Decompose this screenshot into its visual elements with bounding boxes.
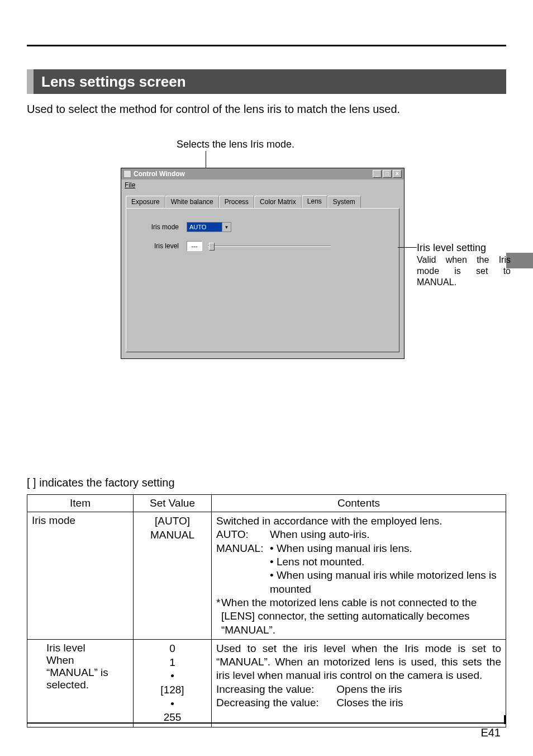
iris-mode-select[interactable]: AUTO ▼ xyxy=(187,222,231,232)
page-title: Lens settings screen xyxy=(41,73,186,91)
top-rule xyxy=(27,45,506,46)
control-window: Control Window _ □ × File Exposure White… xyxy=(121,168,404,359)
iris-level-callout: Iris level setting Valid when the Iris m… xyxy=(417,242,511,288)
callout-line1: Valid when the Iris xyxy=(417,254,511,266)
cell-contents-iris-mode: Switched in accordance with the employed… xyxy=(212,512,506,640)
minimize-button[interactable]: _ xyxy=(373,170,382,178)
bottom-rule-marker xyxy=(504,715,506,724)
tab-lens[interactable]: Lens xyxy=(302,195,327,208)
cell-setvalue-iris-level: 0 1 • [128] • 255 xyxy=(134,639,212,727)
table-row: Iris level When “MANUAL” is selected. 0 … xyxy=(27,639,506,727)
table-row: Iris mode [AUTO] MANUAL Switched in acco… xyxy=(27,512,506,640)
bottom-rule xyxy=(27,722,506,724)
menu-file[interactable]: File xyxy=(125,181,135,189)
callout-line3: MANUAL. xyxy=(417,277,511,288)
iris-mode-caption-leader xyxy=(206,151,206,168)
window-titlebar: Control Window _ □ × xyxy=(121,168,404,179)
tab-white-balance[interactable]: White balance xyxy=(165,196,219,209)
maximize-button[interactable]: □ xyxy=(383,170,392,178)
iris-mode-caption: Selects the lens Iris mode. xyxy=(177,139,294,150)
cell-contents-iris-level: Used to set the iris level when the Iris… xyxy=(212,639,506,727)
callout-line2: mode is set to xyxy=(417,266,511,277)
cell-item-iris-level: Iris level When “MANUAL” is selected. xyxy=(27,639,134,727)
page-number: E41 xyxy=(480,726,501,739)
close-button[interactable]: × xyxy=(393,170,402,178)
intro-text: Used to select the method for control of… xyxy=(27,103,400,116)
th-item: Item xyxy=(27,495,134,512)
cell-item-iris-mode: Iris mode xyxy=(27,512,134,640)
section-title-bar: Lens settings screen xyxy=(27,69,506,94)
tab-pane-lens: Iris mode AUTO ▼ Iris level --- xyxy=(126,208,399,352)
callout-title: Iris level setting xyxy=(417,242,511,254)
settings-table: Item Set Value Contents Iris mode [AUTO]… xyxy=(27,494,506,727)
callout-leader xyxy=(398,247,417,248)
iris-mode-label: Iris mode xyxy=(139,223,179,231)
chevron-down-icon[interactable]: ▼ xyxy=(222,223,231,231)
window-title: Control Window xyxy=(134,170,185,178)
tab-exposure[interactable]: Exposure xyxy=(126,196,165,209)
cell-setvalue-iris-mode: [AUTO] MANUAL xyxy=(134,512,212,640)
tab-system[interactable]: System xyxy=(327,196,361,209)
tab-process[interactable]: Process xyxy=(219,196,254,209)
slider-thumb[interactable] xyxy=(209,243,215,251)
tab-color-matrix[interactable]: Color Matrix xyxy=(254,196,302,209)
window-icon xyxy=(123,170,131,178)
factory-setting-note: [ ] indicates the factory setting xyxy=(27,476,175,489)
tab-strip: Exposure White balance Process Color Mat… xyxy=(126,195,399,208)
iris-level-value: --- xyxy=(187,241,202,251)
title-accent xyxy=(27,69,34,94)
iris-level-label: Iris level xyxy=(139,242,179,250)
menu-bar: File xyxy=(121,179,404,191)
slider-track xyxy=(208,245,331,247)
th-set-value: Set Value xyxy=(134,495,212,512)
th-contents: Contents xyxy=(212,495,506,512)
iris-mode-value: AUTO xyxy=(187,223,222,231)
iris-level-slider[interactable] xyxy=(208,241,331,251)
